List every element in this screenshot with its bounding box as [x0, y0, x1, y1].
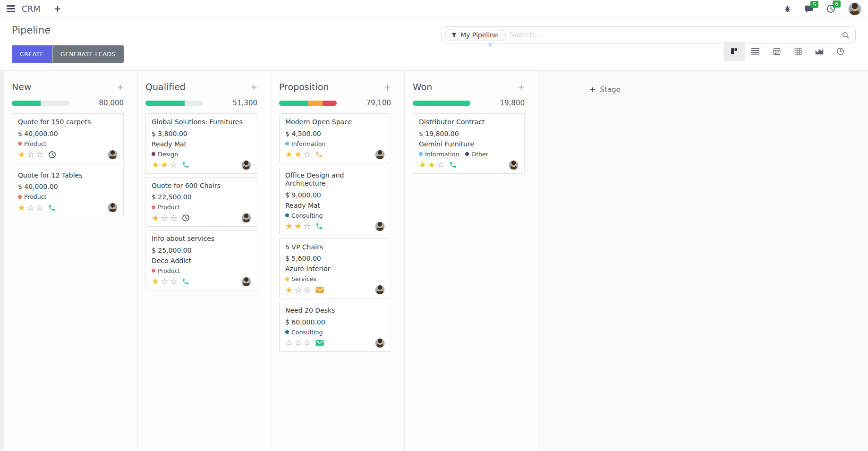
opportunity-card[interactable]: Need 20 Desks $ 60,000.00 Consulting ☆☆☆ [279, 302, 391, 352]
star-empty-icon[interactable]: ☆ [294, 339, 302, 347]
view-pivot-icon[interactable] [787, 42, 808, 61]
star-empty-icon[interactable]: ☆ [161, 214, 168, 222]
column-title[interactable]: Won [413, 82, 432, 92]
quick-create-icon[interactable]: + [250, 83, 257, 91]
phone-activity-icon[interactable] [449, 161, 457, 169]
star-empty-icon[interactable]: ☆ [170, 161, 177, 169]
view-calendar-icon[interactable] [766, 42, 787, 61]
phone-activity-icon[interactable] [182, 278, 189, 285]
priority-stars[interactable]: ★☆☆ [18, 150, 43, 159]
star-empty-icon[interactable]: ☆ [161, 277, 168, 286]
column-progressbar[interactable] [413, 101, 470, 106]
priority-stars[interactable]: ★★☆ [285, 150, 311, 159]
progress-segment[interactable] [323, 101, 337, 106]
star-filled-icon[interactable]: ★ [152, 277, 159, 286]
view-graph-icon[interactable] [808, 42, 830, 61]
phone-activity-icon[interactable] [48, 204, 56, 212]
star-filled-icon[interactable]: ★ [428, 161, 435, 169]
star-empty-icon[interactable]: ☆ [27, 204, 34, 212]
priority-stars[interactable]: ★★☆ [419, 161, 444, 169]
priority-stars[interactable]: ★☆☆ [18, 204, 43, 212]
phone-activity-icon[interactable] [182, 161, 189, 169]
star-empty-icon[interactable]: ☆ [303, 286, 311, 294]
priority-stars[interactable]: ★☆☆ [285, 286, 311, 294]
column-progressbar[interactable] [145, 101, 203, 106]
star-empty-icon[interactable]: ☆ [170, 214, 177, 222]
opportunity-card[interactable]: Quote for 150 carpets $ 40,000.00 Produc… [12, 113, 124, 163]
star-empty-icon[interactable]: ☆ [437, 161, 444, 169]
star-filled-icon[interactable]: ★ [294, 150, 302, 159]
star-filled-icon[interactable]: ★ [18, 204, 26, 212]
create-button[interactable]: CREATE [12, 45, 52, 63]
star-empty-icon[interactable]: ☆ [36, 150, 43, 159]
user-avatar[interactable] [848, 2, 861, 16]
opportunity-card[interactable]: Modern Open Space $ 4,500.00 Information… [279, 113, 391, 163]
star-empty-icon[interactable]: ☆ [303, 150, 311, 159]
phone-activity-icon[interactable] [315, 222, 323, 230]
messages-icon[interactable]: 5 [804, 5, 814, 13]
view-kanban-icon[interactable] [723, 42, 745, 61]
quick-create-icon[interactable]: + [518, 83, 525, 91]
progress-segment[interactable] [145, 101, 185, 106]
mail-activity-icon[interactable] [315, 287, 324, 293]
star-filled-icon[interactable]: ★ [285, 286, 293, 294]
quick-create-icon[interactable]: + [117, 83, 124, 91]
progress-segment[interactable] [279, 101, 308, 106]
facet-remove-icon[interactable]: × [486, 41, 494, 48]
star-empty-icon[interactable]: ☆ [170, 277, 177, 286]
priority-stars[interactable]: ★★☆ [152, 161, 177, 169]
progress-segment[interactable] [308, 101, 323, 106]
debug-bug-icon[interactable] [783, 5, 791, 13]
star-filled-icon[interactable]: ★ [285, 222, 293, 230]
opportunity-card[interactable]: Quote for 12 Tables $ 40,000.00 Product … [12, 167, 124, 217]
star-filled-icon[interactable]: ★ [285, 150, 293, 159]
opportunity-card[interactable]: Office Design and Architecture $ 9,000.0… [279, 167, 391, 235]
view-list-icon[interactable] [745, 42, 766, 61]
star-filled-icon[interactable]: ★ [18, 150, 26, 159]
priority-stars[interactable]: ★☆☆ [152, 214, 177, 222]
star-empty-icon[interactable]: ☆ [27, 150, 34, 159]
opportunity-card[interactable]: Quote for 600 Chairs $ 22,500.00 Product… [145, 177, 257, 227]
search-icon[interactable] [842, 31, 850, 39]
search-input[interactable] [510, 31, 842, 39]
clock-activity-icon[interactable] [182, 214, 190, 222]
opportunity-card[interactable]: Distributor Contract $ 19,800.00 Gemini … [413, 113, 525, 174]
star-empty-icon[interactable]: ☆ [294, 286, 302, 294]
search-facet-my-pipeline[interactable]: My Pipeline [445, 29, 506, 41]
progress-segment[interactable] [12, 101, 41, 106]
opportunity-card[interactable]: Info about services $ 25,000.00 Deco Add… [145, 230, 257, 290]
star-empty-icon[interactable]: ☆ [303, 222, 311, 230]
star-filled-icon[interactable]: ★ [152, 214, 159, 222]
mail-activity-icon[interactable] [315, 340, 324, 346]
app-name[interactable]: CRM [22, 4, 41, 14]
column-title[interactable]: Qualified [145, 82, 186, 92]
generate-leads-button[interactable]: GENERATE LEADS [52, 45, 124, 63]
star-filled-icon[interactable]: ★ [161, 161, 168, 169]
column-progressbar[interactable] [279, 101, 337, 106]
phone-activity-icon[interactable] [315, 151, 323, 158]
column-progressbar[interactable] [12, 101, 69, 106]
apps-menu-icon[interactable] [7, 5, 15, 12]
quick-create-icon[interactable]: + [384, 83, 391, 91]
priority-stars[interactable]: ★☆☆ [152, 277, 177, 286]
star-empty-icon[interactable]: ☆ [36, 204, 43, 212]
salesperson-avatar [241, 277, 251, 287]
add-stage-button[interactable]: + Stage [589, 85, 621, 94]
star-filled-icon[interactable]: ★ [419, 161, 426, 169]
star-filled-icon[interactable]: ★ [294, 222, 302, 230]
add-menu-icon[interactable]: + [54, 4, 61, 13]
opportunity-card[interactable]: Global Solutions: Furnitures $ 3,800.00 … [145, 113, 257, 174]
clock-activity-icon[interactable] [48, 151, 56, 159]
activities-clock-icon[interactable]: 6 [826, 4, 835, 13]
column-title[interactable]: Proposition [279, 82, 329, 92]
search-box[interactable]: My Pipeline × [442, 26, 856, 43]
priority-stars[interactable]: ★★☆ [285, 222, 311, 230]
column-title[interactable]: New [12, 82, 31, 92]
progress-segment[interactable] [413, 101, 470, 106]
star-empty-icon[interactable]: ☆ [285, 339, 293, 347]
priority-stars[interactable]: ☆☆☆ [285, 339, 311, 347]
view-activity-icon[interactable] [830, 42, 851, 61]
opportunity-card[interactable]: 5 VP Chairs $ 5,600.00 Azure Interior Se… [279, 238, 391, 299]
star-filled-icon[interactable]: ★ [152, 161, 159, 169]
star-empty-icon[interactable]: ☆ [303, 339, 311, 347]
